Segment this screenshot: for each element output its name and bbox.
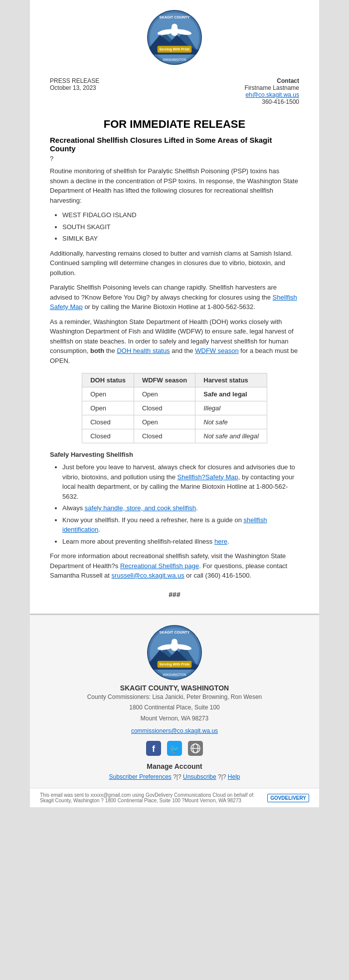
svg-text:SKAGIT COUNTY: SKAGIT COUNTY: [160, 630, 190, 634]
press-date: PRESS RELEASE October 13, 2023: [50, 77, 99, 91]
cell: Safe and legal: [195, 387, 267, 401]
cell: Closed: [82, 429, 134, 443]
cell: Not safe: [195, 415, 267, 429]
shellfish-handle-link[interactable]: safely handle, store, and cook shellfish: [85, 504, 196, 512]
svg-text:WASHINGTON: WASHINGTON: [163, 673, 186, 676]
shellfish-safety-map-link2[interactable]: Shellfish?Safety Map: [177, 473, 238, 481]
contact-name: Firstname Lastname: [245, 84, 299, 91]
help-link[interactable]: Help: [228, 773, 240, 780]
footer-section: Serving With Pride SKAGIT COUNTY WASHING…: [30, 614, 319, 788]
main-content: FOR IMMEDIATE RELEASE Recreational Shell…: [30, 108, 319, 614]
subscriber-preferences-link[interactable]: Subscriber Preferences: [109, 773, 171, 780]
body-paragraph-3: Paralytic Shellfish Poisoning levels can…: [50, 283, 299, 312]
email-wrapper: Serving With Pride SKAGIT COUNTY WASHING…: [0, 0, 349, 807]
cell: Closed: [134, 429, 195, 443]
press-date-value: October 13, 2023: [50, 84, 99, 91]
footer-org: SKAGIT COUNTY, WASHINGTON: [50, 684, 299, 692]
doh-status-link[interactable]: DOH health status: [117, 347, 170, 354]
recreational-shellfish-link[interactable]: Recreational Shellfish page: [120, 562, 199, 570]
table-row: Open Open Safe and legal: [82, 387, 267, 401]
svg-point-5: [172, 24, 177, 30]
svg-text:SKAGIT COUNTY: SKAGIT COUNTY: [160, 15, 190, 19]
header-section: Serving With Pride SKAGIT COUNTY WASHING…: [30, 0, 319, 70]
cell: Closed: [82, 415, 134, 429]
status-table-container: DOH status WDFW season Harvest status Op…: [50, 373, 299, 443]
list-item: Just before you leave to harvest, always…: [62, 462, 299, 501]
cell: Open: [82, 387, 134, 401]
social-icons: f 🐦: [50, 740, 299, 756]
article-title: Recreational Shellfish Closures Lifted i…: [50, 136, 299, 153]
cell: Open: [134, 387, 195, 401]
govdelivery-badge: GOVDELIVERY: [267, 794, 309, 802]
press-release-header: PRESS RELEASE October 13, 2023 Contact F…: [30, 70, 319, 108]
safely-title: Safely Harvesting Shellfish: [50, 451, 299, 458]
list-item: Always safely handle, store, and cook sh…: [62, 503, 299, 513]
body3-pre: Paralytic Shellfish Poisoning levels can…: [50, 284, 277, 301]
cell: Not safe and illegal: [195, 429, 267, 443]
col-header-doh: DOH status: [82, 373, 134, 387]
website-icon[interactable]: [187, 740, 203, 756]
body3-mid: or by calling the Marine Biotoxin Hotlin…: [83, 303, 255, 311]
bottom-text: This email was sent to xxxxx@gmail.com u…: [40, 792, 267, 803]
list-item: SIMILK BAY: [62, 234, 299, 244]
closure-list: WEST FIDALGO ISLAND SOUTH SKAGIT SIMILK …: [62, 210, 299, 244]
list-item: Learn more about preventing shellfish-re…: [62, 537, 299, 547]
press-label: PRESS RELEASE: [50, 77, 99, 84]
svg-text:Serving With Pride: Serving With Pride: [160, 662, 190, 666]
unsubscribe-link[interactable]: Unsubscribe: [183, 773, 216, 780]
srussell-email[interactable]: srussell@co.skagit.wa.us: [112, 572, 184, 579]
illness-link[interactable]: here: [214, 538, 227, 545]
facebook-icon[interactable]: f: [146, 740, 162, 756]
col-header-harvest: Harvest status: [195, 373, 267, 387]
safely-list: Just before you leave to harvest, always…: [62, 462, 299, 546]
footer-address2: Mount Vernon, WA 98273: [50, 713, 299, 724]
cell: Illegal: [195, 401, 267, 415]
body-paragraph-4: As a reminder, Washington State Departme…: [50, 317, 299, 366]
cell: Open: [82, 401, 134, 415]
separator1: ?|?: [173, 773, 181, 780]
footer-paragraph: For more information about recreational …: [50, 551, 299, 581]
contact-phone: 360-416-1500: [245, 98, 299, 105]
cell: Closed: [134, 401, 195, 415]
bottom-bar: This email was sent to xxxxx@gmail.com u…: [30, 788, 319, 807]
status-table: DOH status WDFW season Harvest status Op…: [82, 373, 267, 443]
svg-text:f: f: [152, 744, 156, 754]
svg-text:🐦: 🐦: [170, 744, 179, 754]
manage-account: Manage Account: [50, 762, 299, 770]
table-row: Closed Closed Not safe and illegal: [82, 429, 267, 443]
body-paragraph-1: Routine monitoring of shellfish for Para…: [50, 166, 299, 205]
contact-email[interactable]: eh@co.skagit.wa.us: [245, 91, 299, 98]
headline: FOR IMMEDIATE RELEASE: [50, 110, 299, 136]
hashtag: ###: [50, 586, 299, 604]
body4-mid: and the: [170, 347, 195, 354]
body-paragraph-2: Additionally, harvesting remains closed …: [50, 249, 299, 278]
contact-info: Contact Firstname Lastname eh@co.skagit.…: [245, 77, 299, 105]
body4-bold: both: [90, 347, 104, 354]
wdfw-season-link[interactable]: WDFW season: [195, 347, 238, 354]
table-row: Closed Open Not safe: [82, 415, 267, 429]
twitter-icon[interactable]: 🐦: [167, 740, 182, 756]
logo: Serving With Pride SKAGIT COUNTY WASHING…: [147, 10, 202, 65]
cell: Open: [134, 415, 195, 429]
footer-commissioners: County Commissioners: Lisa Janicki, Pete…: [50, 692, 299, 703]
table-row: Open Closed Illegal: [82, 401, 267, 415]
list-item: Know your shellfish. If you need a refre…: [62, 515, 299, 535]
svg-text:Serving With Pride: Serving With Pride: [160, 48, 190, 52]
svg-text:WASHINGTON: WASHINGTON: [163, 58, 186, 61]
footer-logo: Serving With Pride SKAGIT COUNTY WASHING…: [147, 625, 202, 680]
footer-address1: 1800 Continental Place, Suite 100: [50, 702, 299, 713]
subtitle: ?: [50, 155, 299, 162]
col-header-wdfw: WDFW season: [134, 373, 195, 387]
svg-point-17: [172, 639, 177, 645]
footer-email-link[interactable]: commissioners@co.skagit.wa.us: [131, 727, 218, 734]
list-item: SOUTH SKAGIT: [62, 222, 299, 232]
email-container: Serving With Pride SKAGIT COUNTY WASHING…: [30, 0, 319, 807]
list-item: WEST FIDALGO ISLAND: [62, 210, 299, 220]
contact-label: Contact: [245, 77, 299, 84]
footer-links: Subscriber Preferences ?|? Unsubscribe ?…: [50, 773, 299, 780]
separator2: ?|?: [218, 773, 226, 780]
